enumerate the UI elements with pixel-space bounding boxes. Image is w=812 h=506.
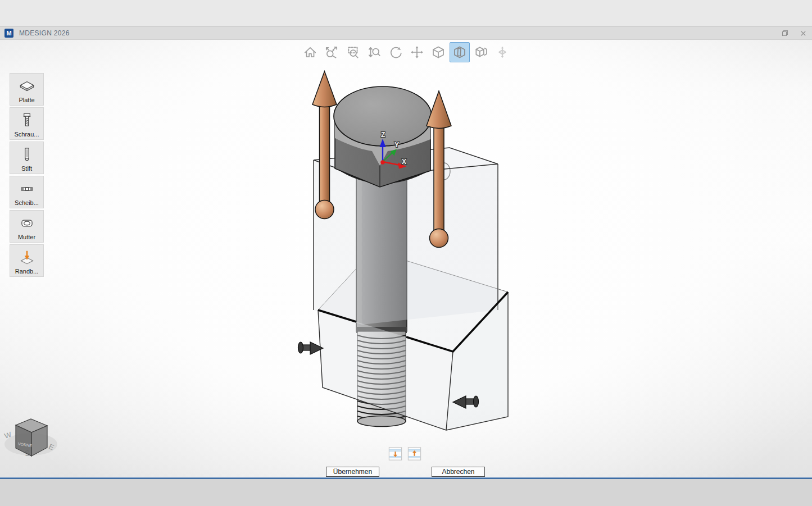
home-tool-button[interactable] — [300, 42, 320, 62]
sidebar-item-label: Stift — [21, 165, 32, 172]
section-plane-controls — [388, 447, 421, 461]
sidebar-item-randbedingung[interactable]: Randb... — [10, 244, 44, 277]
app-window: M MDESIGN 2026 — [0, 26, 812, 477]
zoom-window-tool-button[interactable] — [343, 42, 363, 62]
sidebar-item-stift[interactable]: Stift — [10, 142, 44, 174]
close-icon — [800, 30, 807, 37]
sidebar-item-platte[interactable]: Platte — [10, 73, 44, 106]
explode-view-icon — [495, 45, 510, 60]
window-title: MDESIGN 2026 — [19, 29, 70, 37]
desktop-background-top — [0, 0, 812, 26]
sidebar-item-label: Mutter — [18, 234, 35, 240]
view-cube-widget[interactable]: W S E VORNE — [3, 419, 57, 458]
zoom-in-out-tool-button[interactable] — [364, 42, 384, 62]
pan-view-icon — [410, 45, 424, 60]
constraint-pin-left — [298, 342, 324, 354]
move-section-up-button[interactable] — [407, 447, 421, 461]
section-move-down-icon — [388, 447, 402, 461]
axis-y-label: Y — [394, 141, 399, 149]
zoom-in-out-icon — [367, 45, 382, 60]
section-view-tool-button[interactable] — [450, 42, 470, 62]
view-toolbar — [300, 42, 512, 62]
solid-view-icon — [431, 45, 446, 60]
screen: M MDESIGN 2026 — [0, 0, 812, 506]
section-move-up-icon — [407, 447, 421, 461]
titlebar: M MDESIGN 2026 — [0, 27, 812, 40]
sidebar-item-label: Scheib... — [15, 199, 39, 206]
axis-z-label: Z — [381, 131, 385, 139]
sidebar-item-scheibe[interactable]: Scheib... — [10, 176, 44, 208]
viewport-canvas[interactable]: Z Y X W S E VORNE — [0, 40, 812, 477]
zoom-fit-icon — [324, 45, 339, 60]
apply-button[interactable]: Übernehmen — [326, 467, 379, 477]
restore-button[interactable] — [781, 29, 790, 38]
window-controls — [781, 27, 808, 39]
rotate-view-icon — [388, 45, 403, 60]
pin-icon — [18, 144, 36, 165]
zoom-fit-tool-button[interactable] — [321, 42, 342, 62]
zoom-window-icon — [346, 45, 360, 60]
home-icon — [303, 45, 317, 60]
close-button[interactable] — [799, 29, 808, 38]
solid-view-tool-button[interactable] — [428, 42, 448, 62]
app-logo: M — [4, 29, 13, 38]
model-scene: Z Y X W S E VORNE — [0, 40, 812, 477]
nut-icon — [18, 213, 36, 234]
screw-icon — [18, 110, 36, 131]
washer-icon — [18, 179, 36, 199]
component-sidebar: Platte Schrau... Stift Scheib... Mutter — [10, 73, 44, 279]
axis-x-label: X — [402, 158, 406, 166]
sidebar-item-label: Platte — [19, 97, 34, 103]
plate-icon — [18, 76, 36, 97]
rotate-view-tool-button[interactable] — [385, 42, 406, 62]
clip-plane-view-icon — [474, 45, 488, 60]
clip-plane-view-tool-button[interactable] — [471, 42, 491, 62]
boundary-condition-icon — [18, 247, 36, 268]
pan-view-tool-button[interactable] — [407, 42, 427, 62]
sidebar-item-label: Schrau... — [14, 131, 39, 138]
cancel-button[interactable]: Abbrechen — [432, 467, 485, 477]
move-section-down-button[interactable] — [388, 447, 402, 461]
sidebar-item-mutter[interactable]: Mutter — [10, 210, 44, 243]
desktop-background-bottom — [0, 479, 812, 506]
section-view-icon — [452, 45, 467, 60]
restore-icon — [781, 29, 789, 37]
explode-view-tool-button[interactable] — [492, 42, 512, 62]
sidebar-item-label: Randb... — [15, 268, 39, 275]
sidebar-item-schraube[interactable]: Schrau... — [10, 107, 44, 140]
